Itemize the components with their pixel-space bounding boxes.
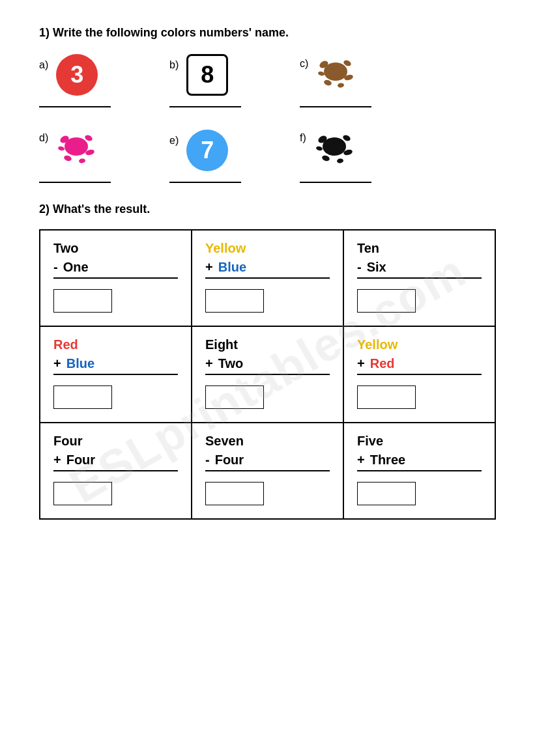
cell-3-1-top: Four bbox=[53, 434, 178, 449]
answer-line-f bbox=[300, 182, 371, 183]
item-e-letter: e) bbox=[169, 135, 179, 147]
cell-2-2-op: + bbox=[205, 356, 213, 371]
splat-pink bbox=[56, 127, 96, 171]
math-table: Two - One Yellow + Blue bbox=[39, 229, 496, 520]
cell-3-3-top: Five bbox=[357, 434, 482, 449]
svg-point-4 bbox=[323, 79, 332, 87]
answer-box-2-3[interactable] bbox=[357, 385, 416, 409]
item-a-letter: a) bbox=[39, 59, 48, 71]
item-a: a) 3 bbox=[39, 54, 143, 107]
answer-box-1-1[interactable] bbox=[53, 289, 112, 313]
cell-2-3-bottom: Red bbox=[370, 356, 395, 371]
item-b: b) 8 bbox=[169, 54, 274, 107]
items-row-2: d) e) 7 bbox=[39, 127, 496, 183]
cell-3-2-bottom: Four bbox=[215, 453, 244, 468]
cell-1-2-top: Yellow bbox=[205, 241, 330, 256]
svg-point-18 bbox=[321, 154, 330, 162]
cell-2-1-op: + bbox=[53, 356, 61, 371]
cell-2-3-top: Yellow bbox=[357, 337, 482, 352]
splat-black bbox=[314, 127, 354, 171]
svg-point-11 bbox=[63, 154, 72, 162]
circle-7: 7 bbox=[186, 130, 228, 171]
cell-2-3: Yellow + Red bbox=[343, 326, 495, 423]
answer-box-1-2[interactable] bbox=[205, 289, 264, 313]
answer-line-d bbox=[39, 182, 111, 183]
svg-point-6 bbox=[318, 71, 325, 76]
cell-1-1-top: Two bbox=[53, 241, 178, 256]
svg-point-5 bbox=[338, 83, 345, 89]
cell-1-2-op-row: + Blue bbox=[205, 260, 330, 279]
answer-line-c bbox=[300, 106, 371, 107]
cell-3-2-top: Seven bbox=[205, 434, 330, 449]
cell-1-3-op-row: - Six bbox=[357, 260, 482, 279]
cell-1-2-op: + bbox=[205, 260, 213, 275]
answer-box-3-2[interactable] bbox=[205, 482, 264, 505]
answer-box-2-2[interactable] bbox=[205, 385, 264, 409]
cell-3-1-op-row: + Four bbox=[53, 453, 178, 471]
question1-label: 1) Write the following colors numbers' n… bbox=[39, 26, 496, 40]
table-row-2: Red + Blue Eight + Two bbox=[40, 326, 495, 423]
items-row-1: a) 3 b) 8 c) bbox=[39, 53, 496, 107]
item-c-letter: c) bbox=[300, 58, 308, 70]
cell-3-3-bottom: Three bbox=[370, 453, 405, 468]
svg-point-19 bbox=[336, 158, 343, 164]
cell-1-3: Ten - Six bbox=[343, 230, 495, 326]
cell-3-3-op: + bbox=[357, 453, 365, 468]
answer-box-1-3[interactable] bbox=[357, 289, 416, 313]
cell-3-1-bottom: Four bbox=[66, 453, 95, 468]
table-row-3: Four + Four Seven - Four bbox=[40, 423, 495, 519]
cell-1-3-op: - bbox=[357, 260, 362, 275]
item-e: e) 7 bbox=[169, 130, 274, 183]
section1: 1) Write the following colors numbers' n… bbox=[39, 26, 496, 183]
answer-box-3-3[interactable] bbox=[357, 482, 416, 505]
cell-3-1-op: + bbox=[53, 453, 61, 468]
cell-2-2: Eight + Two bbox=[192, 326, 343, 423]
circle-3: 3 bbox=[56, 54, 98, 96]
answer-box-2-1[interactable] bbox=[53, 385, 112, 409]
cell-3-2: Seven - Four bbox=[192, 423, 343, 519]
cell-2-3-op-row: + Red bbox=[357, 356, 482, 375]
item-c: c) bbox=[300, 53, 404, 107]
cell-1-1-bottom: One bbox=[63, 260, 89, 275]
cell-2-3-op: + bbox=[357, 356, 365, 371]
cell-3-1: Four + Four bbox=[40, 423, 192, 519]
answer-line-a bbox=[39, 106, 111, 107]
cell-2-2-bottom: Two bbox=[218, 356, 244, 371]
cell-1-1: Two - One bbox=[40, 230, 192, 326]
cell-2-1: Red + Blue bbox=[40, 326, 192, 423]
cell-1-3-bottom: Six bbox=[367, 260, 386, 275]
cell-2-1-top: Red bbox=[53, 337, 178, 352]
cell-1-3-top: Ten bbox=[357, 241, 482, 256]
table-row-1: Two - One Yellow + Blue bbox=[40, 230, 495, 326]
cell-1-2-bottom: Blue bbox=[218, 260, 246, 275]
answer-line-b bbox=[169, 106, 241, 107]
cell-2-1-bottom: Blue bbox=[66, 356, 94, 371]
splat-brown bbox=[316, 53, 355, 96]
svg-point-12 bbox=[79, 158, 86, 164]
item-f: f) bbox=[300, 127, 404, 183]
item-b-letter: b) bbox=[169, 59, 179, 71]
cell-2-2-op-row: + Two bbox=[205, 356, 330, 375]
svg-point-13 bbox=[58, 146, 65, 151]
cell-3-3-op-row: + Three bbox=[357, 453, 482, 471]
cell-2-1-op-row: + Blue bbox=[53, 356, 178, 375]
cell-2-2-top: Eight bbox=[205, 337, 330, 352]
section2: 2) What's the result. Two - One bbox=[39, 203, 496, 520]
cell-3-2-op: - bbox=[205, 453, 210, 468]
cell-1-2: Yellow + Blue bbox=[192, 230, 343, 326]
answer-box-3-1[interactable] bbox=[53, 482, 112, 505]
item-f-letter: f) bbox=[300, 132, 306, 144]
item-d: d) bbox=[39, 127, 143, 183]
svg-point-20 bbox=[315, 146, 323, 151]
cell-1-1-op-row: - One bbox=[53, 260, 178, 279]
box-8: 8 bbox=[186, 54, 228, 96]
cell-3-3: Five + Three bbox=[343, 423, 495, 519]
cell-3-2-op-row: - Four bbox=[205, 453, 330, 471]
item-d-letter: d) bbox=[39, 132, 48, 144]
cell-1-1-op: - bbox=[53, 260, 58, 275]
question2-label: 2) What's the result. bbox=[39, 203, 496, 216]
answer-line-e bbox=[169, 182, 241, 183]
